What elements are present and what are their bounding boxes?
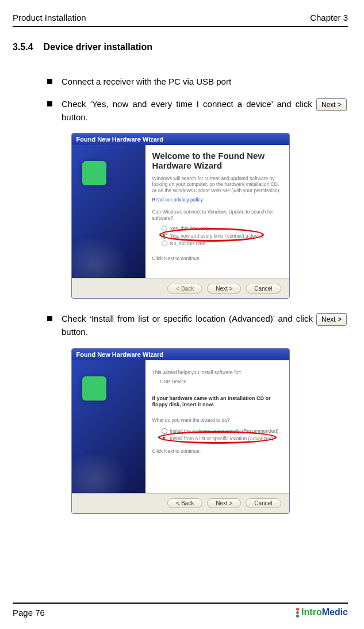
wizard2-titlebar: Found New Hardware Wizard — [72, 349, 289, 360]
wizard2-opt1[interactable]: Install the software automatically (Reco… — [162, 428, 282, 434]
bullet-2: Check ‘Yes, now and every time I connect… — [47, 98, 347, 124]
wizard2-line1: This wizard helps you install software f… — [152, 369, 282, 376]
wizard1-opt1[interactable]: Yes, this time only — [162, 226, 282, 231]
bullet-3-text: Check ‘Install from list or specific loc… — [62, 312, 347, 339]
brand-logo: IntroMedic — [296, 607, 348, 617]
wizard1-para: Windows will search for current and upda… — [152, 176, 282, 194]
wizard1-heading: Welcome to the Found New Hardware Wizard — [152, 151, 282, 171]
wizard1-cancel-button[interactable]: Cancel — [246, 284, 281, 293]
screenshot-2: Found New Hardware Wizard This wizard he… — [71, 348, 290, 514]
bullet-marker-icon — [47, 101, 52, 106]
wizard1-banner — [72, 145, 145, 282]
bullet-2-pre: Check ‘Yes, now and every time I connect… — [62, 99, 312, 109]
bullet-2-post: button. — [62, 112, 88, 122]
bullet-3: Check ‘Install from list or specific loc… — [47, 312, 347, 339]
section-title: Device driver installation — [44, 42, 152, 52]
wizard1-titlebar: Found New Hardware Wizard — [72, 134, 289, 145]
divider-bottom — [13, 603, 348, 604]
wizard2-banner — [72, 360, 145, 497]
logo-dots-icon — [296, 608, 299, 617]
bullet-3-pre: Check ‘Install from list or specific loc… — [62, 314, 313, 323]
wizard1-opt3-label: No, not this time — [170, 241, 205, 246]
wizard2-proceed: Click Next to continue. — [152, 448, 282, 455]
wizard2-opt2[interactable]: Install from a list or specific location… — [162, 436, 282, 441]
next-button-inline-1: Next > — [316, 98, 347, 111]
screenshot-1: Found New Hardware Wizard Welcome to the… — [71, 133, 290, 299]
brand-part2: Medic — [322, 607, 348, 617]
wizard1-opt3[interactable]: No, not this time — [162, 241, 282, 246]
wizard2-device: USB Device — [152, 379, 282, 385]
wizard1-proceed: Click Next to continue. — [152, 256, 282, 262]
divider-top — [13, 26, 348, 27]
wizard2-back-button[interactable]: < Back — [167, 498, 202, 508]
wizard1-next-button[interactable]: Next > — [207, 284, 241, 293]
wizard1-opt1-label: Yes, this time only — [170, 226, 209, 231]
page-number: Page 76 — [13, 608, 45, 617]
section-heading: 3.5.4 Device driver installation — [13, 42, 348, 52]
header-right: Chapter 3 — [310, 13, 348, 22]
wizard1-question: Can Windows connect to Windows Update to… — [152, 209, 282, 221]
header-left: Product Installation — [13, 13, 86, 22]
wizard2-next-button[interactable]: Next > — [207, 498, 241, 508]
bullet-1: Connect a receiver with the PC via USB p… — [47, 75, 347, 89]
bullet-2-text: Check ‘Yes, now and every time I connect… — [62, 98, 347, 124]
wizard1-opt2[interactable]: Yes, now and every time I connect a devi… — [162, 233, 282, 239]
wizard1-privacy-link[interactable]: Read our privacy policy — [152, 197, 282, 203]
wizard1-opt2-label: Yes, now and every time I connect a devi… — [170, 233, 264, 239]
wizard1-options: Yes, this time only Yes, now and every t… — [152, 226, 282, 246]
next-button-inline-2: Next > — [316, 313, 347, 326]
wizard2-cd: If your hardware came with an installati… — [152, 395, 282, 409]
wizard2-question: What do you want the wizard to do? — [152, 417, 282, 424]
bullet-3-post: button. — [62, 327, 88, 337]
bullet-marker-icon — [47, 79, 52, 84]
wizard1-back-button[interactable]: < Back — [167, 284, 202, 293]
section-number: 3.5.4 — [13, 42, 33, 52]
wizard2-cancel-button[interactable]: Cancel — [246, 498, 281, 508]
wizard2-opt2-label: Install from a list or specific location… — [170, 436, 274, 441]
wizard2-opt1-label: Install the software automatically (Reco… — [170, 428, 279, 434]
brand-part1: Intro — [301, 607, 322, 617]
bullet-marker-icon — [47, 316, 52, 321]
bullet-1-text: Connect a receiver with the PC via USB p… — [62, 75, 347, 89]
wizard2-options: Install the software automatically (Reco… — [152, 428, 282, 441]
